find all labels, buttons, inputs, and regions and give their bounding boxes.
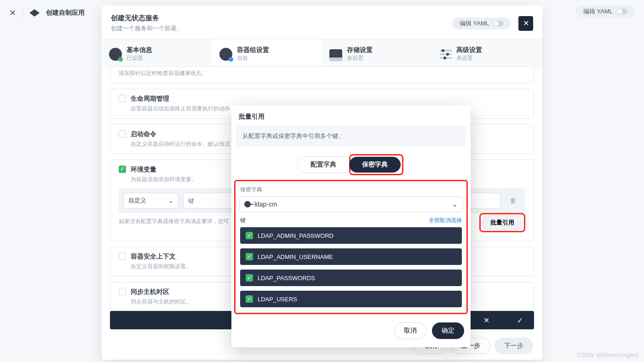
checkbox-unchecked-icon[interactable]	[119, 95, 126, 102]
env-note: 如果没有配置字典或保密字典满足要求，您可	[119, 218, 229, 225]
step-advanced[interactable]: 高级设置未设置	[432, 40, 543, 69]
watermark: CSDN @[shenhonglei]	[577, 351, 638, 358]
edit-yaml-label: 编辑 YAML	[583, 7, 613, 16]
edit-yaml-label: 编辑 YAML	[460, 19, 489, 28]
dict-type-tabs: 配置字典 保密字典	[297, 156, 401, 173]
wizard-steps: 基本信息已设置 容器组设置当前 存储设置未设置 高级设置未设置	[102, 39, 542, 69]
popover-banner: 从配置字典或保密字典中引用多个键。	[236, 126, 466, 147]
bulk-reference-popover: 批量引用 从配置字典或保密字典中引用多个键。 配置字典 保密字典 保密字典 ld…	[231, 105, 471, 347]
env-type-select[interactable]: 自定义 ⌄	[123, 193, 178, 208]
popover-cancel-button[interactable]: 取消	[394, 322, 426, 339]
key-item[interactable]: ✓LDAP_ADMIN_PASSWORD	[240, 227, 462, 244]
checkbox-checked-icon[interactable]: ✓	[246, 274, 253, 282]
chevron-down-icon: ⌄	[452, 201, 458, 208]
edit-yaml-toggle-bg[interactable]: 编辑 YAML	[576, 6, 635, 17]
checkbox-unchecked-icon[interactable]	[119, 288, 126, 295]
tab-configmap[interactable]: 配置字典	[298, 157, 349, 172]
toggle-icon	[617, 9, 627, 14]
key-item[interactable]: ✓LDAP_USERS	[240, 291, 462, 307]
keys-label: 键	[240, 217, 246, 224]
popover-title: 批量引用	[231, 113, 471, 126]
step-pod-settings[interactable]: 容器组设置当前	[212, 40, 322, 69]
deselect-all-link[interactable]: 全部取消选择	[429, 217, 462, 224]
sliders-icon	[440, 50, 452, 59]
modal-subtitle: 创建一个服务和一个部署。	[111, 24, 452, 33]
step-storage[interactable]: 存储设置未设置	[322, 40, 432, 69]
highlight-red: 配置字典 保密字典	[349, 154, 403, 175]
key-icon	[244, 201, 251, 207]
trash-icon[interactable]: 🗑	[505, 193, 521, 208]
checkbox-checked-icon[interactable]: ✓	[246, 232, 253, 239]
highlight-red: 批量引用	[479, 213, 525, 232]
edit-yaml-toggle[interactable]: 编辑 YAML	[452, 17, 511, 29]
modal-title: 创建无状态服务	[111, 14, 452, 23]
disc-icon	[109, 48, 122, 61]
modal-header: 创建无状态服务 创建一个服务和一个部署。 编辑 YAML ✕	[102, 6, 542, 39]
next-button[interactable]: 下一步	[494, 338, 533, 354]
checkbox-checked-icon[interactable]: ✓	[246, 253, 253, 260]
bar-confirm-icon[interactable]: ✓	[517, 316, 523, 325]
page-title: 创建自制应用	[46, 9, 85, 17]
probe-sub: 添加探针以定时检查容器健康状态。	[119, 69, 525, 77]
close-icon[interactable]: ✕	[9, 8, 16, 18]
step-basic-info[interactable]: 基本信息已设置	[102, 40, 212, 69]
secret-select[interactable]: ldap-cm ⌄	[239, 196, 463, 212]
chevron-down-icon: ⌄	[168, 197, 173, 204]
popover-ok-button[interactable]: 确定	[432, 322, 464, 339]
probe-card-tail: 添加探针以定时检查容器健康状态。	[110, 66, 534, 83]
container-icon	[219, 48, 232, 61]
key-item[interactable]: ✓LDAP_PASSWORDS	[240, 270, 462, 286]
cap-icon	[29, 9, 40, 17]
checkbox-checked-icon[interactable]	[119, 166, 126, 173]
highlight-red: 保密字典 ldap-cm ⌄ 键 全部取消选择 ✓LDAP_ADMIN_PASS…	[234, 180, 468, 314]
key-list: ✓LDAP_ADMIN_PASSWORD ✓LDAP_ADMIN_USERNAM…	[239, 227, 463, 307]
checkbox-checked-icon[interactable]: ✓	[246, 295, 253, 303]
secret-label: 保密字典	[240, 186, 462, 194]
modal-close-button[interactable]: ✕	[518, 16, 533, 31]
popover-actions: 取消 确定	[231, 314, 471, 339]
checkbox-unchecked-icon[interactable]	[119, 253, 126, 260]
checkbox-unchecked-icon[interactable]	[119, 130, 126, 138]
key-item[interactable]: ✓LDAP_ADMIN_USERNAME	[240, 248, 462, 265]
storage-icon	[329, 49, 342, 59]
bulk-reference-button[interactable]: 批量引用	[482, 215, 523, 230]
tab-secret[interactable]: 保密字典	[349, 157, 401, 172]
bar-cancel-icon[interactable]: ✕	[483, 316, 489, 325]
divider	[23, 7, 23, 18]
toggle-icon	[494, 21, 504, 26]
